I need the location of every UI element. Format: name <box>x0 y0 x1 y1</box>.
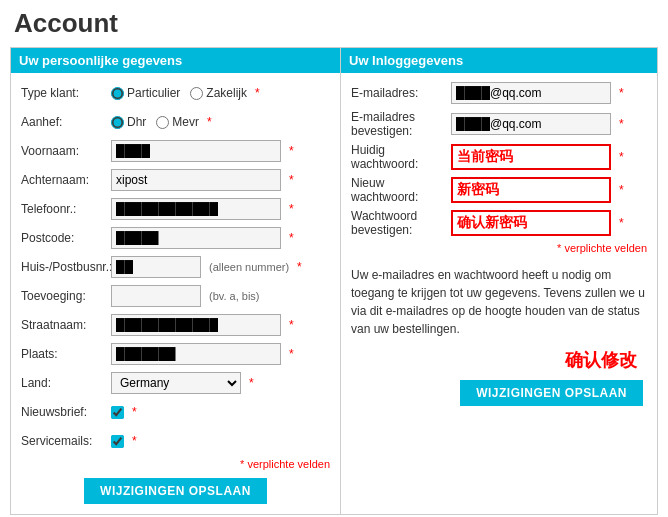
aanhef-row: Aanhef: Dhr Mevr * <box>21 110 330 134</box>
plaats-row: Plaats: * <box>21 342 330 366</box>
huidig-row: Huidig wachtwoord: 当前密码 * <box>351 143 647 171</box>
type-klant-controls: Particulier Zakelijk * <box>111 86 330 100</box>
plaats-label: Plaats: <box>21 347 111 361</box>
toevoeging-input[interactable] <box>111 285 201 307</box>
nieuwsbrief-label: Nieuwsbrief: <box>21 405 111 419</box>
aanhef-radio-group: Dhr Mevr <box>111 115 199 129</box>
email-row: E-mailadres: * <box>351 81 647 105</box>
huis-hint: (alleen nummer) <box>209 261 289 273</box>
plaats-star: * <box>289 347 294 361</box>
voornaam-row: Voornaam: * <box>21 139 330 163</box>
email-confirm-row: E-mailadres bevestigen: * <box>351 110 647 138</box>
nieuwsbrief-controls: * <box>111 405 330 419</box>
dhr-radio[interactable] <box>111 116 124 129</box>
land-star: * <box>249 376 254 390</box>
toevoeging-controls: (bv. a, bis) <box>111 285 330 307</box>
type-klant-row: Type klant: Particulier Zakelijk <box>21 81 330 105</box>
dhr-radio-label[interactable]: Dhr <box>111 115 146 129</box>
aanhef-star: * <box>207 115 212 129</box>
voornaam-label: Voornaam: <box>21 144 111 158</box>
voornaam-input[interactable] <box>111 140 281 162</box>
main-container: Uw persoonlijke gegevens Type klant: Par… <box>10 47 658 515</box>
land-controls: Germany Netherlands Belgium * <box>111 372 330 394</box>
right-save-button[interactable]: WIJZIGINGEN OPSLAAN <box>460 380 643 406</box>
achternaam-input[interactable] <box>111 169 281 191</box>
huis-controls: (alleen nummer) * <box>111 256 330 278</box>
toevoeging-row: Toevoeging: (bv. a, bis) <box>21 284 330 308</box>
nieuw-controls: 新密码 * <box>451 177 647 203</box>
right-btn-row: WIJZIGINGEN OPSLAAN <box>351 380 647 406</box>
huis-row: Huis-/Postbusnr.: (alleen nummer) * <box>21 255 330 279</box>
particulier-radio[interactable] <box>111 87 124 100</box>
bevestig-star: * <box>619 216 624 230</box>
postcode-controls: * <box>111 227 330 249</box>
left-btn-row: WIJZIGINGEN OPSLAAN <box>21 478 330 504</box>
straatnaam-input[interactable] <box>111 314 281 336</box>
nieuw-chinese: 新密码 <box>457 181 499 199</box>
email-confirm-label: E-mailadres bevestigen: <box>351 110 451 138</box>
mevr-radio-label[interactable]: Mevr <box>156 115 199 129</box>
telefoon-star: * <box>289 202 294 216</box>
toevoeging-label: Toevoeging: <box>21 289 111 303</box>
bevestig-row: Wachtwoord bevestigen: 确认新密码 * <box>351 209 647 237</box>
confirm-chinese-text: 确认修改 <box>351 348 647 372</box>
huidig-star: * <box>619 150 624 164</box>
huis-star: * <box>297 260 302 274</box>
postcode-star: * <box>289 231 294 245</box>
zakelijk-radio-label[interactable]: Zakelijk <box>190 86 247 100</box>
email-star: * <box>619 86 624 100</box>
left-required-note: * verplichte velden <box>21 458 330 470</box>
left-section-header: Uw persoonlijke gegevens <box>11 48 340 73</box>
servicemail-label: Servicemails: <box>21 434 111 448</box>
email-input[interactable] <box>451 82 611 104</box>
telefoon-label: Telefoonr.: <box>21 202 111 216</box>
bevestig-controls: 确认新密码 * <box>451 210 647 236</box>
email-confirm-input[interactable] <box>451 113 611 135</box>
page-wrapper: Account Uw persoonlijke gegevens Type kl… <box>0 0 668 517</box>
telefoon-controls: * <box>111 198 330 220</box>
nieuwsbrief-checkbox[interactable] <box>111 406 124 419</box>
type-klant-star: * <box>255 86 260 100</box>
straatnaam-star: * <box>289 318 294 332</box>
zakelijk-radio[interactable] <box>190 87 203 100</box>
bevestig-chinese: 确认新密码 <box>457 214 527 232</box>
achternaam-star: * <box>289 173 294 187</box>
left-panel: Uw persoonlijke gegevens Type klant: Par… <box>11 48 341 514</box>
achternaam-controls: * <box>111 169 330 191</box>
servicemail-checkbox[interactable] <box>111 435 124 448</box>
huis-label: Huis-/Postbusnr.: <box>21 260 111 274</box>
particulier-radio-label[interactable]: Particulier <box>111 86 180 100</box>
particulier-label: Particulier <box>127 86 180 100</box>
plaats-input[interactable] <box>111 343 281 365</box>
voornaam-controls: * <box>111 140 330 162</box>
straatnaam-label: Straatnaam: <box>21 318 111 332</box>
telefoon-input[interactable] <box>111 198 281 220</box>
email-label: E-mailadres: <box>351 86 451 100</box>
nieuwsbrief-row: Nieuwsbrief: * <box>21 400 330 424</box>
postcode-label: Postcode: <box>21 231 111 245</box>
postcode-input[interactable] <box>111 227 281 249</box>
page-title: Account <box>10 8 658 39</box>
straatnaam-row: Straatnaam: * <box>21 313 330 337</box>
achternaam-label: Achternaam: <box>21 173 111 187</box>
left-panel-body: Type klant: Particulier Zakelijk <box>11 73 340 514</box>
type-klant-radio-group: Particulier Zakelijk <box>111 86 247 100</box>
huis-input[interactable] <box>111 256 201 278</box>
zakelijk-label: Zakelijk <box>206 86 247 100</box>
bevestig-label: Wachtwoord bevestigen: <box>351 209 451 237</box>
mevr-radio[interactable] <box>156 116 169 129</box>
land-label: Land: <box>21 376 111 390</box>
land-select[interactable]: Germany Netherlands Belgium <box>111 372 241 394</box>
email-confirm-star: * <box>619 117 624 131</box>
servicemail-star: * <box>132 434 137 448</box>
right-section-header: Uw Inloggegevens <box>341 48 657 73</box>
huidig-label: Huidig wachtwoord: <box>351 143 451 171</box>
info-text: Uw e-mailadres en wachtwoord heeft u nod… <box>351 262 647 342</box>
toevoeging-hint: (bv. a, bis) <box>209 290 260 302</box>
straatnaam-controls: * <box>111 314 330 336</box>
nieuw-row: Nieuw wachtwoord: 新密码 * <box>351 176 647 204</box>
email-confirm-controls: * <box>451 113 647 135</box>
left-save-button[interactable]: WIJZIGINGEN OPSLAAN <box>84 478 267 504</box>
nieuw-label: Nieuw wachtwoord: <box>351 176 451 204</box>
achternaam-row: Achternaam: * <box>21 168 330 192</box>
